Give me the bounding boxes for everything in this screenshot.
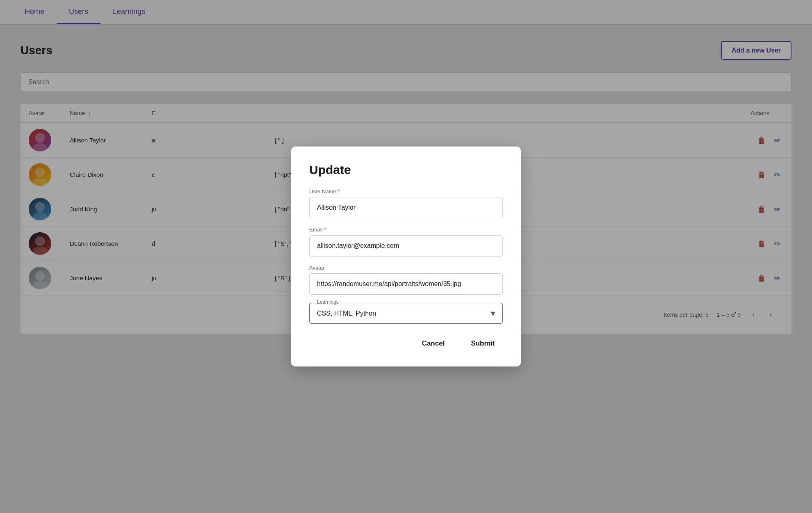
avatar-label: Avatar	[309, 265, 503, 271]
username-label: User Name *	[309, 188, 503, 195]
modal-actions: Cancel Submit	[309, 335, 503, 352]
avatar-input[interactable]	[309, 273, 503, 295]
email-field-group: Email *	[309, 227, 503, 256]
update-modal: Update User Name * Email * Avatar Learni…	[291, 147, 521, 366]
learnings-select[interactable]: CSS, HTML, Python CSS HTML Python JavaSc…	[310, 303, 502, 323]
learnings-field-group: Learnings CSS, HTML, Python CSS HTML Pyt…	[309, 303, 503, 324]
cancel-button[interactable]: Cancel	[414, 335, 453, 352]
modal-title: Update	[309, 163, 503, 177]
email-input[interactable]	[309, 235, 503, 256]
username-input[interactable]	[309, 197, 503, 218]
avatar-field-group: Avatar	[309, 265, 503, 295]
modal-overlay: Update User Name * Email * Avatar Learni…	[0, 0, 812, 513]
submit-button[interactable]: Submit	[463, 335, 503, 352]
username-field-group: User Name *	[309, 188, 503, 218]
learnings-label: Learnings	[315, 299, 340, 305]
email-label: Email *	[309, 227, 503, 233]
